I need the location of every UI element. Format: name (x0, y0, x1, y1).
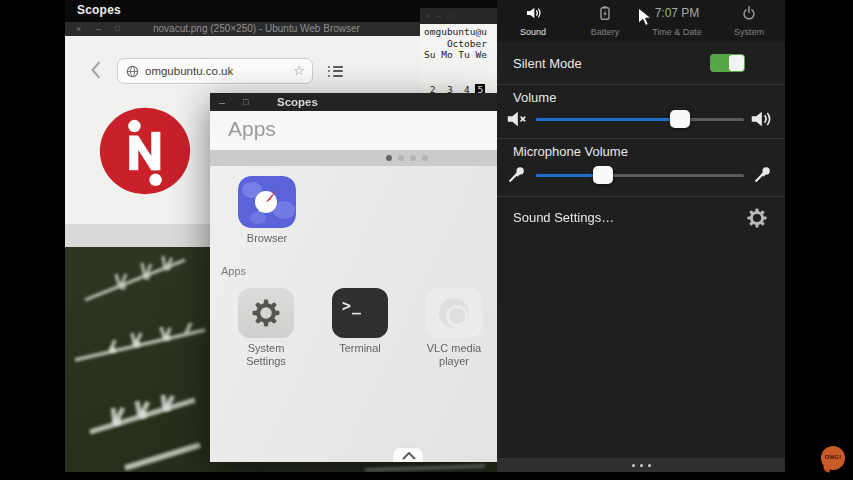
calendar-month-line: October (424, 38, 499, 50)
bookmark-star-icon[interactable]: ☆ (293, 59, 305, 83)
app-label-terminal: Terminal (320, 342, 400, 355)
volume-knob[interactable] (670, 110, 690, 128)
mouse-cursor (637, 7, 652, 27)
minimize-icon[interactable]: – (219, 93, 225, 111)
address-bar[interactable]: omgubuntu.co.uk ☆ (117, 58, 313, 84)
scope-header-title: Apps (228, 117, 276, 141)
indicator-battery[interactable]: Battery (569, 0, 641, 42)
scope-header: Apps (210, 111, 497, 150)
screen: Scopes × – □ novacut.png (250×250) - Ubu… (0, 0, 853, 480)
microphone-slider[interactable] (505, 162, 777, 188)
app-label-system-settings: System Settings (236, 342, 296, 367)
novacut-logo (97, 102, 193, 200)
apps-section-label: Apps (221, 265, 246, 277)
sound-settings-item[interactable]: Sound Settings… (513, 210, 614, 225)
speaker-loud-icon[interactable] (749, 108, 771, 130)
scope-content: Browser Apps >_ System Settings Terminal… (210, 166, 497, 462)
close-icon[interactable]: × (76, 22, 81, 36)
page-dots (386, 155, 428, 161)
gear-icon (252, 299, 280, 327)
terminal-titlebar[interactable]: ×–□ (420, 8, 499, 24)
volume-fill (536, 118, 680, 121)
power-icon (741, 5, 757, 21)
back-icon[interactable] (89, 61, 103, 79)
volume-label: Volume (513, 90, 556, 105)
maximize-icon[interactable]: □ (243, 93, 248, 111)
calendar-weekday-line: Su Mo Tu We (424, 49, 499, 61)
close-icon[interactable]: × (426, 11, 437, 20)
panel-drag-handle[interactable] (497, 458, 785, 472)
minimize-icon[interactable]: – (96, 22, 101, 36)
microphone-volume-label: Microphone Volume (513, 144, 628, 159)
silent-mode-label: Silent Mode (513, 56, 582, 71)
scope-pager-bar (210, 150, 497, 166)
chevron-up-icon (402, 452, 416, 460)
browser-app-icon (238, 176, 296, 228)
terminal-window: ×–□ omgubuntu@u October Su Mo Tu We 2 3 … (420, 8, 499, 97)
app-tile-system-settings[interactable] (238, 288, 294, 338)
browser-titlebar[interactable]: × – □ novacut.png (250×250) - Ubuntu Web… (65, 22, 437, 36)
app-label-browser: Browser (227, 232, 307, 245)
mic-low-icon[interactable] (505, 164, 527, 186)
settings-gear-icon[interactable] (747, 208, 767, 228)
speaker-mute-icon[interactable] (505, 108, 527, 130)
scopes-window-title: Scopes (277, 93, 318, 111)
page-dot (386, 155, 392, 161)
speaker-icon (525, 5, 541, 21)
url-text[interactable]: omgubuntu.co.uk (145, 59, 233, 83)
terminal-prompt-line: omgubuntu@u (424, 26, 499, 38)
page-dot (398, 155, 404, 161)
page-dot (410, 155, 416, 161)
browser-menu-icon[interactable] (328, 63, 344, 79)
mic-high-icon[interactable] (751, 164, 773, 186)
silent-mode-toggle[interactable] (710, 54, 745, 72)
terminal-prompt-icon: >_ (342, 297, 362, 315)
volume-track[interactable] (536, 118, 744, 121)
indicator-bar: Sound Battery 7:07 PM Time & Date System (497, 0, 785, 42)
app-tile-terminal[interactable]: >_ (332, 288, 388, 338)
sound-indicator-panel: Sound Battery 7:07 PM Time & Date System… (497, 0, 785, 472)
maximize-icon[interactable]: □ (447, 11, 458, 20)
browser-window-title: novacut.png (250×250) - Ubuntu Web Brows… (153, 22, 360, 36)
page-dot (422, 155, 428, 161)
terminal-output[interactable]: omgubuntu@u October Su Mo Tu We 2 3 4 5 (420, 24, 499, 97)
globe-icon (126, 65, 139, 78)
scopes-titlebar[interactable]: – □ Scopes (210, 93, 497, 111)
app-tile-vlc[interactable] (426, 288, 482, 338)
indicator-sound[interactable]: Sound (497, 0, 569, 42)
indicator-system[interactable]: System (713, 0, 785, 42)
microphone-knob[interactable] (593, 166, 613, 184)
microphone-track[interactable] (536, 174, 744, 177)
focused-app-title: Scopes (77, 3, 121, 17)
omg-ubuntu-watermark: OMG! (821, 446, 845, 470)
battery-icon (597, 5, 613, 21)
maximize-icon[interactable]: □ (115, 22, 120, 36)
app-tile-browser[interactable] (238, 176, 296, 228)
volume-slider[interactable] (505, 106, 777, 132)
scopes-window: – □ Scopes Apps Bro (210, 93, 497, 462)
expand-chevron-button[interactable] (392, 447, 424, 462)
toggle-knob (729, 55, 744, 71)
vlc-pending-icon (439, 298, 469, 328)
app-label-vlc: VLC media player (414, 342, 494, 367)
minimize-icon[interactable]: – (437, 11, 447, 20)
